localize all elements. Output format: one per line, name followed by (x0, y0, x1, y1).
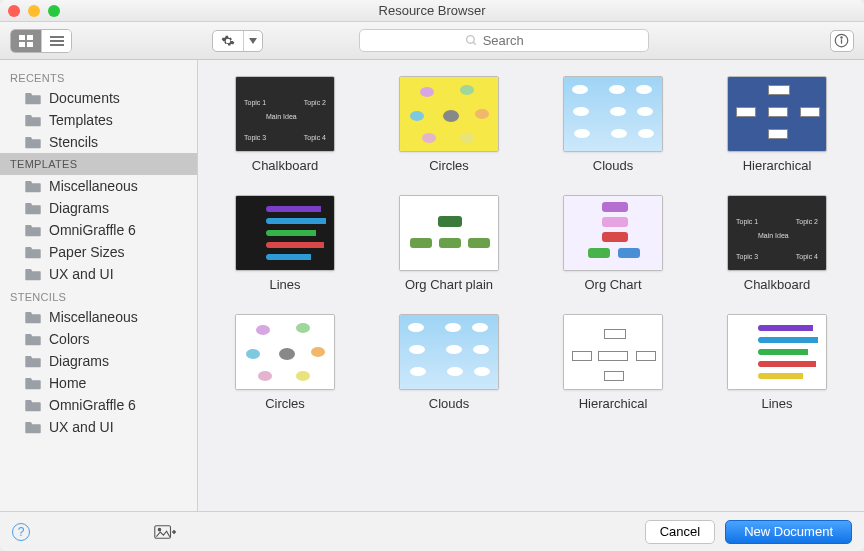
sidebar-section-header[interactable]: STENCILS (0, 285, 197, 306)
sidebar-item[interactable]: Miscellaneous (0, 175, 197, 197)
titlebar: Resource Browser (0, 0, 864, 22)
sidebar-section-header[interactable]: TEMPLATES (0, 153, 197, 175)
sidebar-item[interactable]: UX and UI (0, 416, 197, 438)
folder-icon (24, 376, 42, 390)
template-thumbnail: Topic 1Topic 2Main IdeaTopic 3Topic 4 (235, 76, 335, 152)
template-item[interactable]: Topic 1Topic 2Main IdeaTopic 3Topic 4Cha… (700, 195, 854, 292)
import-button[interactable] (150, 521, 180, 543)
template-item[interactable]: Topic 1Topic 2Main IdeaTopic 3Topic 4Cha… (208, 76, 362, 173)
template-label: Clouds (593, 158, 633, 173)
sidebar-item-label: Stencils (49, 134, 98, 150)
template-item[interactable]: Org Chart (536, 195, 690, 292)
search-input[interactable] (483, 33, 543, 48)
template-label: Circles (265, 396, 305, 411)
template-thumbnail (727, 314, 827, 390)
template-item[interactable]: Clouds (536, 76, 690, 173)
folder-icon (24, 354, 42, 368)
svg-rect-0 (19, 35, 25, 40)
sidebar-item-label: Templates (49, 112, 113, 128)
template-label: Lines (269, 277, 300, 292)
template-thumbnail (399, 76, 499, 152)
template-thumbnail (399, 195, 499, 271)
svg-point-7 (466, 36, 474, 44)
sidebar-item[interactable]: Colors (0, 328, 197, 350)
template-label: Org Chart (584, 277, 641, 292)
template-label: Hierarchical (743, 158, 812, 173)
folder-icon (24, 245, 42, 259)
grid-icon (19, 35, 33, 47)
sidebar-item[interactable]: OmniGraffle 6 (0, 219, 197, 241)
template-item[interactable]: Lines (700, 314, 854, 411)
info-button[interactable] (830, 30, 854, 52)
view-mode-segment (10, 29, 72, 53)
sidebar-item-label: Home (49, 375, 86, 391)
import-icon (154, 524, 176, 540)
template-item[interactable]: Clouds (372, 314, 526, 411)
list-view-button[interactable] (41, 30, 71, 52)
sidebar-item[interactable]: Stencils (0, 131, 197, 153)
folder-icon (24, 332, 42, 346)
sidebar-item[interactable]: UX and UI (0, 263, 197, 285)
main-split: RECENTSDocumentsTemplatesStencilsTEMPLAT… (0, 60, 864, 511)
template-thumbnail (563, 314, 663, 390)
sidebar-item-label: Miscellaneous (49, 309, 138, 325)
action-menu[interactable] (212, 30, 263, 52)
template-item[interactable]: Hierarchical (700, 76, 854, 173)
sidebar-item-label: OmniGraffle 6 (49, 222, 136, 238)
folder-icon (24, 113, 42, 127)
folder-icon (24, 135, 42, 149)
template-thumbnail: Topic 1Topic 2Main IdeaTopic 3Topic 4 (727, 195, 827, 271)
sidebar-item-label: Diagrams (49, 200, 109, 216)
svg-rect-1 (27, 35, 33, 40)
template-item[interactable]: Circles (208, 314, 362, 411)
help-button[interactable]: ? (12, 523, 30, 541)
sidebar-item[interactable]: Diagrams (0, 197, 197, 219)
sidebar-item[interactable]: OmniGraffle 6 (0, 394, 197, 416)
template-grid: Topic 1Topic 2Main IdeaTopic 3Topic 4Cha… (208, 76, 854, 411)
sidebar-item-label: Miscellaneous (49, 178, 138, 194)
template-item[interactable]: Org Chart plain (372, 195, 526, 292)
sidebar-item[interactable]: Documents (0, 87, 197, 109)
sidebar-item-label: OmniGraffle 6 (49, 397, 136, 413)
sidebar-item-label: Documents (49, 90, 120, 106)
sidebar-item-label: UX and UI (49, 419, 114, 435)
search-field[interactable] (359, 29, 649, 52)
grid-view-button[interactable] (11, 30, 41, 52)
sidebar-item-label: Diagrams (49, 353, 109, 369)
template-thumbnail (235, 195, 335, 271)
template-label: Org Chart plain (405, 277, 493, 292)
template-label: Lines (761, 396, 792, 411)
template-thumbnail (563, 76, 663, 152)
sidebar-section-header[interactable]: RECENTS (0, 66, 197, 87)
svg-line-8 (473, 42, 476, 45)
folder-icon (24, 223, 42, 237)
folder-icon (24, 91, 42, 105)
template-thumbnail (563, 195, 663, 271)
sidebar-item[interactable]: Diagrams (0, 350, 197, 372)
sidebar-item-label: Colors (49, 331, 89, 347)
toolbar (0, 22, 864, 60)
folder-icon (24, 310, 42, 324)
folder-icon (24, 398, 42, 412)
sidebar-item[interactable]: Templates (0, 109, 197, 131)
template-item[interactable]: Hierarchical (536, 314, 690, 411)
window-title: Resource Browser (0, 3, 864, 18)
gear-icon (213, 31, 243, 51)
svg-rect-4 (50, 36, 64, 38)
template-item[interactable]: Lines (208, 195, 362, 292)
cancel-button[interactable]: Cancel (645, 520, 715, 544)
svg-point-13 (158, 528, 161, 531)
search-icon (465, 34, 478, 47)
sidebar: RECENTSDocumentsTemplatesStencilsTEMPLAT… (0, 60, 198, 511)
new-document-button[interactable]: New Document (725, 520, 852, 544)
svg-rect-6 (50, 44, 64, 46)
template-label: Chalkboard (744, 277, 811, 292)
sidebar-item[interactable]: Paper Sizes (0, 241, 197, 263)
template-thumbnail (235, 314, 335, 390)
template-item[interactable]: Circles (372, 76, 526, 173)
chevron-down-icon (243, 31, 262, 51)
template-label: Circles (429, 158, 469, 173)
sidebar-item[interactable]: Miscellaneous (0, 306, 197, 328)
info-icon (834, 33, 849, 48)
sidebar-item[interactable]: Home (0, 372, 197, 394)
